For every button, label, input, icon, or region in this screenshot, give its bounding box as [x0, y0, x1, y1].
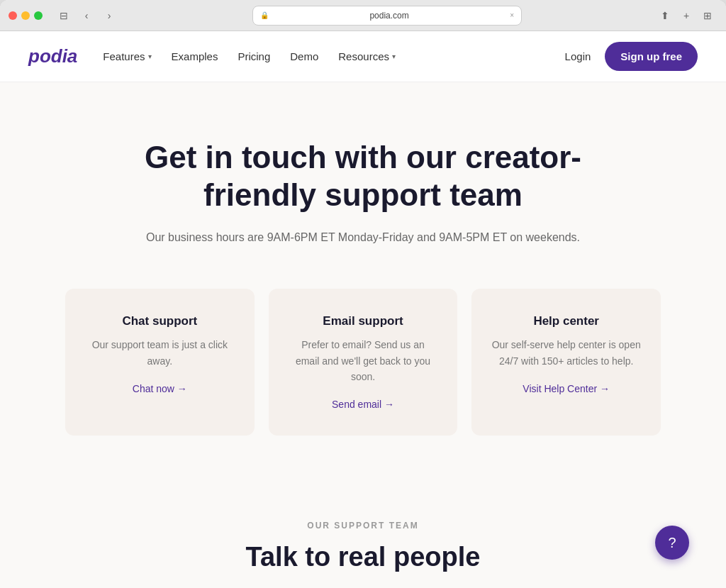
- nav-features[interactable]: Features ▾: [103, 50, 151, 62]
- chat-widget-button[interactable]: ?: [655, 526, 689, 560]
- support-team-section: OUR SUPPORT TEAM Talk to real people Ama…: [94, 492, 632, 588]
- chat-support-card: Chat support Our support team is just a …: [65, 289, 255, 436]
- fullscreen-button[interactable]: [34, 11, 43, 20]
- page-content: podia Features ▾ Examples Pricing Demo R…: [0, 31, 726, 588]
- signup-button[interactable]: Sign up free: [605, 42, 698, 71]
- nav-pricing[interactable]: Pricing: [238, 50, 270, 62]
- section-label: OUR SUPPORT TEAM: [122, 521, 604, 531]
- traffic-lights: [9, 11, 43, 20]
- minimize-button[interactable]: [21, 11, 30, 20]
- chat-card-desc: Our support team is just a click away.: [85, 337, 235, 369]
- chat-card-title: Chat support: [122, 314, 197, 328]
- help-center-card: Help center Our self-serve help center i…: [471, 289, 661, 436]
- hero-subtitle: Our business hours are 9AM-6PM ET Monday…: [108, 228, 618, 247]
- browser-titlebar: ⊟ ‹ › 🔒 podia.com × ⬆ + ⊞: [0, 0, 726, 31]
- send-email-link[interactable]: Send email →: [332, 399, 394, 410]
- help-card-title: Help center: [533, 314, 599, 328]
- logo[interactable]: podia: [28, 45, 77, 67]
- new-tab-button[interactable]: +: [676, 6, 696, 26]
- close-button[interactable]: [9, 11, 17, 20]
- url-text: podia.com: [273, 11, 506, 21]
- support-cards: Chat support Our support team is just a …: [37, 289, 689, 436]
- browser-actions: ⬆ + ⊞: [655, 6, 717, 26]
- main-nav: podia Features ▾ Examples Pricing Demo R…: [0, 31, 726, 82]
- browser-window: ⊟ ‹ › 🔒 podia.com × ⬆ + ⊞ podia Features…: [0, 0, 726, 588]
- back-button[interactable]: ‹: [77, 6, 96, 26]
- help-card-desc: Our self-serve help center is open 24/7 …: [491, 337, 641, 369]
- chat-now-link[interactable]: Chat now →: [133, 383, 187, 394]
- nav-demo[interactable]: Demo: [290, 50, 318, 62]
- sidebar-toggle[interactable]: ⊟: [54, 6, 74, 26]
- nav-resources[interactable]: Resources ▾: [338, 50, 396, 62]
- hero-title: Get in touch with our creator-friendly s…: [108, 139, 618, 214]
- resources-chevron-icon: ▾: [392, 52, 396, 60]
- features-chevron-icon: ▾: [148, 52, 152, 60]
- nav-links: Features ▾ Examples Pricing Demo Resourc…: [103, 50, 564, 62]
- share-button[interactable]: ⬆: [655, 6, 675, 26]
- hero-section: Get in touch with our creator-friendly s…: [79, 82, 647, 289]
- visit-help-center-link[interactable]: Visit Help Center →: [523, 383, 610, 394]
- email-card-desc: Prefer to email? Send us an email and we…: [289, 337, 438, 384]
- email-card-title: Email support: [323, 314, 403, 328]
- tab-overview-button[interactable]: ⊞: [698, 6, 717, 26]
- nav-right: Login Sign up free: [565, 42, 698, 71]
- tab-close[interactable]: ×: [510, 11, 514, 19]
- forward-button[interactable]: ›: [99, 6, 119, 26]
- address-bar[interactable]: 🔒 podia.com ×: [252, 6, 522, 26]
- address-bar-container: 🔒 podia.com ×: [125, 6, 649, 26]
- browser-controls: ⊟ ‹ ›: [54, 6, 119, 26]
- chat-widget-icon: ?: [668, 535, 676, 551]
- nav-examples[interactable]: Examples: [172, 50, 218, 62]
- email-support-card: Email support Prefer to email? Send us a…: [269, 289, 458, 436]
- login-link[interactable]: Login: [565, 50, 591, 62]
- section-title: Talk to real people: [122, 542, 604, 572]
- security-icon: 🔒: [260, 11, 269, 19]
